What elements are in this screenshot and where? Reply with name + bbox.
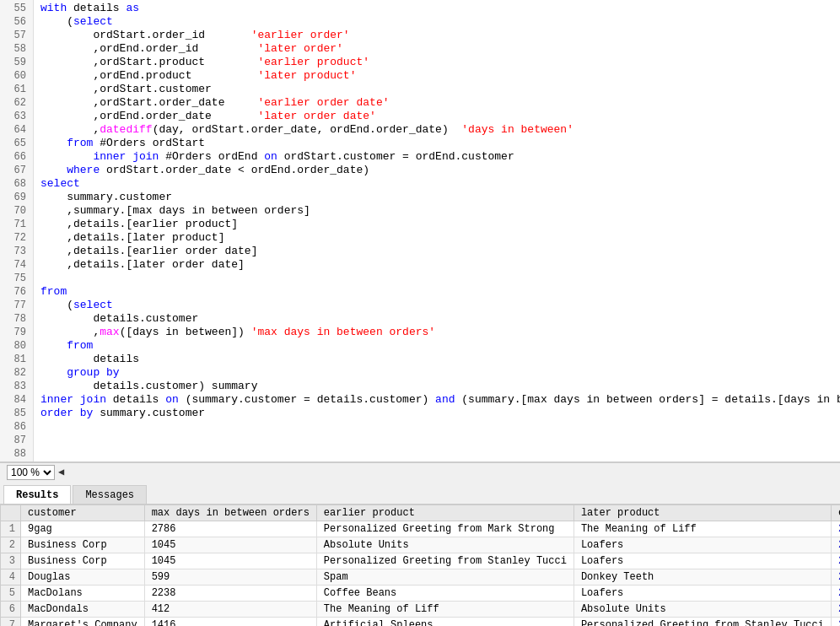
code-line: ,max([days in between]) 'max days in bet… <box>40 326 833 339</box>
code-line: ,details.[later product] <box>40 231 833 245</box>
code-line: summary.customer <box>40 191 833 204</box>
zoom-bar: 100 % 75 % 125 % ◀ <box>0 462 840 481</box>
table-cell: 1045 <box>144 553 316 569</box>
table-cell: Douglas <box>21 569 145 586</box>
table-cell: Personalized Greeting from Stanley Tucci <box>573 618 831 627</box>
code-line: from <box>40 285 833 299</box>
table-cell: Business Corp <box>21 537 145 553</box>
code-line: ,ordStart.customer <box>40 83 833 96</box>
scroll-indicator: ◀ <box>58 466 64 478</box>
table-cell: 412 <box>144 602 316 618</box>
code-line: (select <box>40 15 833 29</box>
code-line: ,summary.[max days in between orders] <box>40 204 833 218</box>
table-cell: Business Corp <box>21 553 145 569</box>
col-header: earlier product <box>316 505 573 521</box>
code-line <box>40 420 833 434</box>
code-line: details.customer <box>40 312 833 326</box>
tabs-bar: ResultsMessages <box>0 481 840 505</box>
row-number: 1 <box>1 521 21 537</box>
code-line: with details as <box>40 2 833 15</box>
table-cell: Loafers <box>573 553 831 569</box>
results-table: customermax days in between ordersearlie… <box>0 505 840 626</box>
row-number: 3 <box>1 553 21 569</box>
line-numbers: 5556575859606162636465666768697071727374… <box>0 0 34 461</box>
table-cell: Spam <box>316 569 573 586</box>
code-line <box>40 447 833 461</box>
table-cell: Absolute Units <box>316 537 573 553</box>
code-line: ,ordEnd.order_id 'later order' <box>40 42 833 56</box>
table-row: 5MacDolans2238Coffee BeansLoafers2013-07… <box>1 586 841 602</box>
code-line: order by summary.customer <box>40 407 833 420</box>
col-header: customer <box>21 505 145 521</box>
tab-messages[interactable]: Messages <box>73 485 147 504</box>
table-cell: 2015-03-09 00:00:00.000 <box>831 553 840 569</box>
table-cell: The Meaning of Liff <box>316 602 573 618</box>
table-cell: 2018-02-19 00:00:00.000 <box>831 569 840 586</box>
row-number: 4 <box>1 569 21 586</box>
table-cell: Coffee Beans <box>316 586 573 602</box>
code-line: select <box>40 177 833 191</box>
table-cell: 599 <box>144 569 316 586</box>
table-cell: 2013-07-05 00:00:00.000 <box>831 586 840 602</box>
table-cell: MacDondals <box>21 602 145 618</box>
tab-results[interactable]: Results <box>3 485 71 504</box>
code-line: ,details.[later order date] <box>40 258 833 272</box>
code-line: from #Orders ordStart <box>40 137 833 150</box>
code-line: ,ordEnd.order_date 'later order date' <box>40 110 833 123</box>
zoom-select[interactable]: 100 % 75 % 125 % <box>7 465 55 480</box>
code-line: details.customer) summary <box>40 380 833 393</box>
code-line: (select <box>40 299 833 312</box>
table-row: 2Business Corp1045Absolute UnitsLoafers2… <box>1 537 841 553</box>
table-cell: Artificial Spleens <box>316 618 573 627</box>
code-line: where ordStart.order_date < ordEnd.order… <box>40 164 833 177</box>
table-cell: 2016-06-22 00:00:00.000 <box>831 602 840 618</box>
code-content[interactable]: with details as (select ordStart.order_i… <box>34 0 840 461</box>
table-cell: 1045 <box>144 537 316 553</box>
table-cell: 2786 <box>144 521 316 537</box>
code-line <box>40 434 833 447</box>
table-cell: Personalized Greeting from Stanley Tucci <box>316 553 573 569</box>
code-line: ,datediff(day, ordStart.order_date, ordE… <box>40 123 833 137</box>
table-cell: Loafers <box>573 586 831 602</box>
table-cell: Personalized Greeting from Mark Strong <box>316 521 573 537</box>
table-cell: 2013-09-10 00:00:00.000 <box>831 618 840 627</box>
row-number: 7 <box>1 618 21 627</box>
table-cell: 2012-05-29 00:00:00.000 <box>831 521 840 537</box>
col-header: later product <box>573 505 831 521</box>
code-line: inner join details on (summary.customer … <box>40 393 833 407</box>
row-number: 2 <box>1 537 21 553</box>
code-line: from <box>40 339 833 353</box>
table-cell: 2238 <box>144 586 316 602</box>
table-row: 3Business Corp1045Personalized Greeting … <box>1 553 841 569</box>
code-line: group by <box>40 366 833 380</box>
code-line: ,details.[earlier product] <box>40 218 833 231</box>
code-line: ,ordStart.order_date 'earlier order date… <box>40 96 833 110</box>
col-header: earlier order date <box>831 505 840 521</box>
table-row: 19gag2786Personalized Greeting from Mark… <box>1 521 841 537</box>
code-editor: 5556575859606162636465666768697071727374… <box>0 0 840 462</box>
table-cell: MacDolans <box>21 586 145 602</box>
table-cell: 1416 <box>144 618 316 627</box>
code-line: ,ordEnd.product 'later product' <box>40 69 833 83</box>
table-cell: 2015-03-09 00:00:00.000 <box>831 537 840 553</box>
row-number: 6 <box>1 602 21 618</box>
table-cell: Margaret's Company <box>21 618 145 627</box>
results-area[interactable]: customermax days in between ordersearlie… <box>0 505 840 626</box>
code-line: details <box>40 353 833 366</box>
row-number: 5 <box>1 586 21 602</box>
col-header: max days in between orders <box>144 505 316 521</box>
table-cell: 9gag <box>21 521 145 537</box>
code-line: ,ordStart.product 'earlier product' <box>40 56 833 69</box>
code-line: ,details.[earlier order date] <box>40 245 833 258</box>
code-line <box>40 272 833 285</box>
table-row: 7Margaret's Company1416Artificial Spleen… <box>1 618 841 627</box>
table-row: 4Douglas599SpamDonkey Teeth2018-02-19 00… <box>1 569 841 586</box>
code-line: inner join #Orders ordEnd on ordStart.cu… <box>40 150 833 164</box>
table-row: 6MacDondals412The Meaning of LiffAbsolut… <box>1 602 841 618</box>
table-cell: Loafers <box>573 537 831 553</box>
table-cell: Absolute Units <box>573 602 831 618</box>
table-cell: The Meaning of Liff <box>573 521 831 537</box>
table-cell: Donkey Teeth <box>573 569 831 586</box>
code-line: ordStart.order_id 'earlier order' <box>40 29 833 42</box>
